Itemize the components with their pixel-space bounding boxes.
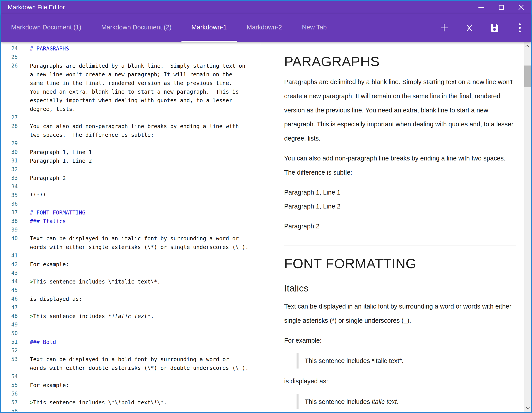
- line-text: Text can be displayed in a bold font by …: [30, 355, 229, 364]
- editor-line: 49: [1, 320, 260, 329]
- line-number: 56: [1, 390, 18, 398]
- line-number: 50: [1, 329, 18, 338]
- preview-h1: PARAGRAPHS: [284, 54, 516, 69]
- line-text: You need an extra, blank line to start a…: [30, 87, 239, 96]
- minimize-button[interactable]: [475, 2, 488, 12]
- scrollbar-thumb[interactable]: [524, 66, 531, 87]
- editor-line: 55For example:: [1, 381, 260, 390]
- line-number: [1, 105, 18, 113]
- line-number: 52: [1, 346, 18, 355]
- editor-line: 34: [1, 182, 260, 191]
- editor-line: 38### Italics: [1, 217, 260, 226]
- preview-paragraph: is displayed as:: [284, 374, 516, 388]
- line-text: degree, lists.: [30, 105, 76, 113]
- line-number: 47: [1, 303, 18, 312]
- editor-line: You need an extra, blank line to start a…: [1, 87, 260, 96]
- line-number: 31: [1, 156, 18, 165]
- editor-line: 52: [1, 346, 260, 355]
- line-number: 40: [1, 234, 18, 243]
- editor-line: same line in the final, rendered version…: [1, 79, 260, 87]
- chevron-up-icon: [525, 45, 529, 49]
- markdown-preview-pane[interactable]: PARAGRAPHSParagraphs are delimited by a …: [260, 42, 524, 412]
- tab-markdown-1[interactable]: Markdown-1: [181, 14, 237, 42]
- tab-new-tab[interactable]: New Tab: [292, 14, 337, 42]
- editor-line: 24# PARAGRAPHS: [1, 44, 260, 53]
- editor-line: 43: [1, 269, 260, 277]
- kebab-menu-icon: [519, 23, 521, 33]
- line-text: Text can be displayed in an italic font …: [30, 234, 239, 243]
- editor-line: 37# FONT FORMATTING: [1, 208, 260, 217]
- line-number: 27: [1, 113, 18, 122]
- preview-paragraph: Paragraph 1, Line 1 Paragraph 1, Line 2: [284, 185, 516, 214]
- line-text: a new line won't create a new paragraph;…: [30, 70, 232, 79]
- line-text: is displayed as:: [30, 295, 82, 303]
- line-number: 41: [1, 251, 18, 260]
- editor-line: 40Text can be displayed in an italic fon…: [1, 234, 260, 243]
- line-text: Paragraph 1, Line 1: [30, 148, 92, 156]
- line-number: 57: [1, 398, 18, 407]
- line-text: especially important when dealing with q…: [30, 96, 232, 105]
- preview-h1: FONT FORMATTING: [284, 256, 516, 271]
- line-number: 58: [1, 407, 18, 412]
- line-number: [1, 364, 18, 372]
- blockquote-text: This sentence includes italic text.: [305, 397, 516, 406]
- close-window-button[interactable]: [515, 2, 528, 12]
- line-text: ### Bold: [30, 338, 56, 346]
- line-text: words with either single asterisks (\*) …: [30, 243, 248, 251]
- app-window: Markdown File Editor Markdown Document (…: [0, 0, 532, 413]
- plus-icon: [439, 23, 449, 33]
- editor-line: 28You can also add non-paragraph line br…: [1, 122, 260, 131]
- editor-line: 57>This sentence includes \*\*bold text\…: [1, 398, 260, 407]
- add-tab-button[interactable]: [439, 23, 449, 33]
- editor-line: 58: [1, 407, 260, 412]
- window-title: Markdown File Editor: [1, 4, 65, 11]
- editor-line: 45: [1, 286, 260, 295]
- blockquote: This sentence includes italic text.: [296, 394, 516, 409]
- editor-line: 56: [1, 390, 260, 398]
- close-icon: [518, 4, 524, 10]
- line-text: words with either double asterisks (\*) …: [30, 364, 248, 372]
- line-number: 23: [1, 42, 18, 44]
- scroll-down-button[interactable]: [524, 404, 531, 411]
- line-number: 37: [1, 208, 18, 217]
- editor-line: 41: [1, 251, 260, 260]
- line-text: # PARAGRAPHS: [30, 44, 69, 53]
- editor-line: two spaces. The difference is subtle:: [1, 131, 260, 139]
- editor-line: 31Paragraph 1, Line 2: [1, 156, 260, 165]
- editor-line: words with either single asterisks (\*) …: [1, 243, 260, 251]
- line-number: 46: [1, 295, 18, 303]
- line-number: 38: [1, 217, 18, 226]
- line-text: >This sentence includes \*italic text\*.: [30, 277, 161, 286]
- overflow-menu-button[interactable]: [515, 23, 525, 33]
- editor-line: 44>This sentence includes \*italic text\…: [1, 277, 260, 286]
- line-number: 36: [1, 200, 18, 208]
- scroll-up-button[interactable]: [524, 43, 531, 50]
- line-number: 28: [1, 122, 18, 131]
- tab-markdown-document-1-[interactable]: Markdown Document (1): [1, 14, 91, 42]
- line-text: >This sentence includes *italic text*.: [30, 312, 154, 320]
- tab-list: Markdown Document (1)Markdown Document (…: [1, 14, 337, 42]
- tab-markdown-document-2-[interactable]: Markdown Document (2): [91, 14, 182, 42]
- tab-markdown-2[interactable]: Markdown-2: [237, 14, 292, 42]
- code-lines: 2324# PARAGRAPHS2526Paragraphs are delim…: [1, 42, 260, 412]
- close-tab-button[interactable]: [465, 23, 474, 33]
- line-number: 30: [1, 148, 18, 156]
- editor-line: especially important when dealing with q…: [1, 96, 260, 105]
- tab-actions: [439, 14, 531, 42]
- line-number: 44: [1, 277, 18, 286]
- line-number: 32: [1, 165, 18, 174]
- save-icon: [490, 23, 499, 33]
- tab-bar: Markdown Document (1)Markdown Document (…: [1, 14, 531, 42]
- preview-scrollbar[interactable]: [524, 42, 531, 412]
- save-file-button[interactable]: [490, 23, 499, 33]
- editor-line: 29: [1, 139, 260, 148]
- line-text: >This sentence includes \*\*bold text\*\…: [30, 398, 167, 407]
- preview-content: PARAGRAPHSParagraphs are delimited by a …: [284, 54, 516, 409]
- editor-line: a new line won't create a new paragraph;…: [1, 70, 260, 79]
- line-number: 39: [1, 226, 18, 234]
- maximize-icon: [499, 5, 504, 10]
- editor-line: 46is displayed as:: [1, 295, 260, 303]
- line-text: For example:: [30, 260, 69, 269]
- maximize-button[interactable]: [495, 2, 508, 12]
- markdown-source-editor[interactable]: 2324# PARAGRAPHS2526Paragraphs are delim…: [1, 42, 260, 412]
